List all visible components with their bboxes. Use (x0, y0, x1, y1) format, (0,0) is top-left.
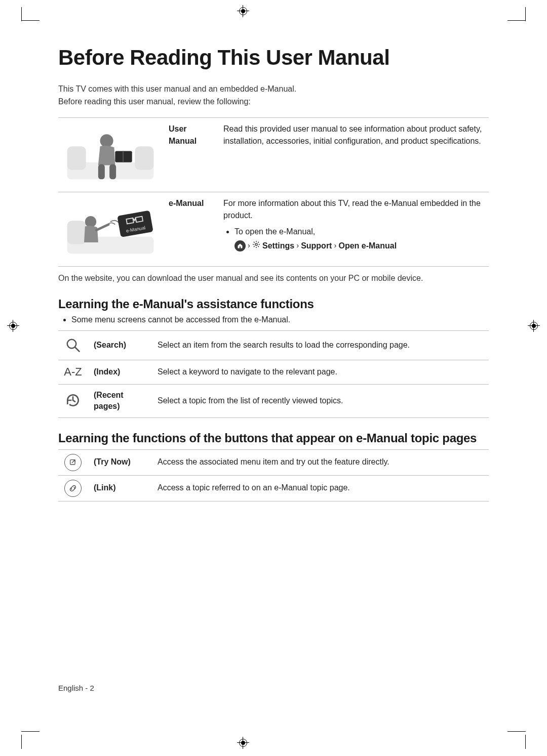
svg-line-18 (254, 242, 255, 243)
table-row: (Recent pages) Select a topic from the l… (58, 384, 489, 417)
svg-line-25 (72, 459, 75, 463)
e-manual-illustration-cell: e-Manual (58, 192, 163, 266)
svg-rect-5 (109, 164, 116, 179)
e-manual-label: e-Manual (163, 192, 217, 266)
index-icon-cell: A-Z (58, 360, 88, 384)
footer-lang: English (58, 684, 83, 692)
gear-icon (252, 240, 260, 252)
user-manual-label: User Manual (163, 117, 217, 192)
table-row: (Try Now) Access the associated menu ite… (58, 449, 489, 475)
svg-rect-4 (98, 164, 105, 179)
svg-line-20 (258, 242, 259, 243)
svg-point-10 (85, 216, 96, 227)
svg-point-13 (255, 243, 257, 245)
footer-sep: - (83, 684, 90, 692)
recent-desc: Select a topic from the list of recently… (151, 384, 489, 417)
svg-rect-9 (67, 221, 86, 244)
index-label: (Index) (88, 360, 151, 384)
svg-point-3 (100, 134, 113, 147)
try-now-label: (Try Now) (88, 449, 151, 475)
svg-rect-11 (117, 210, 153, 237)
search-desc: Select an item from the search results t… (151, 330, 489, 360)
page-title: Before Reading This User Manual (58, 46, 489, 70)
path-open-e-manual: Open e-Manual (338, 240, 397, 252)
path-settings: Settings (262, 240, 294, 252)
intro-text: This TV comes with this user manual and … (58, 83, 489, 108)
registration-mark-bottom (238, 738, 248, 748)
svg-line-19 (258, 246, 259, 247)
recent-icon (63, 390, 83, 410)
index-icon: A-Z (64, 365, 82, 378)
after-table-note: On the website, you can download the use… (58, 274, 489, 283)
user-manual-illustration-cell (58, 117, 163, 192)
user-manual-desc: Read this provided user manual to see in… (217, 117, 489, 192)
svg-rect-7 (123, 151, 124, 162)
e-manual-open-steps: To open the e-Manual, › Settings › Su (223, 226, 483, 252)
try-now-icon-cell (58, 449, 88, 475)
svg-rect-2 (135, 146, 153, 170)
chevron-right-icon: › (248, 240, 250, 251)
try-now-desc: Access the associated menu item and try … (151, 449, 489, 475)
intro-line-1: This TV comes with this user manual and … (58, 85, 296, 93)
e-manual-desc: For more information about this TV, read… (217, 192, 489, 266)
svg-line-21 (254, 246, 255, 247)
table-row: User Manual Read this provided user manu… (58, 117, 489, 192)
assist-functions-table: (Search) Select an item from the search … (58, 330, 489, 418)
link-desc: Access a topic referred to on an e-Manua… (151, 475, 489, 501)
path-support: Support (301, 240, 332, 252)
try-now-icon (64, 454, 82, 471)
e-manual-desc-intro: For more information about this TV, read… (223, 197, 483, 222)
e-manual-bullet: To open the e-Manual, (235, 227, 315, 236)
link-label: (Link) (88, 475, 151, 501)
registration-mark-left (8, 321, 18, 331)
home-icon (235, 240, 246, 251)
assist-note-list: Some menu screens cannot be accessed fro… (58, 315, 489, 324)
search-icon (63, 335, 83, 355)
heading-assist-functions: Learning the e-Manual's assistance funct… (58, 297, 489, 311)
recent-label: (Recent pages) (88, 384, 151, 417)
assist-note: Some menu screens cannot be accessed fro… (71, 315, 489, 324)
index-desc: Select a keyword to navigate to the rele… (151, 360, 489, 384)
manual-table: User Manual Read this provided user manu… (58, 117, 489, 267)
page-footer: English - 2 (58, 684, 94, 692)
registration-mark-right (529, 321, 539, 331)
chevron-right-icon: › (334, 240, 336, 251)
link-icon-cell (58, 475, 88, 501)
svg-line-23 (75, 347, 80, 351)
link-icon (64, 480, 82, 497)
heading-topic-buttons: Learning the functions of the buttons th… (58, 431, 489, 445)
e-manual-illustration: e-Manual (62, 196, 159, 262)
registration-mark-top (238, 6, 248, 16)
footer-page-number: 2 (90, 684, 94, 692)
page-body: Before Reading This User Manual This TV … (58, 46, 489, 507)
svg-rect-1 (67, 146, 86, 170)
search-label: (Search) (88, 330, 151, 360)
intro-line-2: Before reading this user manual, review … (58, 97, 251, 106)
table-row: e-Manual e-Manual For more information a… (58, 192, 489, 266)
recent-icon-cell (58, 384, 88, 417)
topic-buttons-table: (Try Now) Access the associated menu ite… (58, 449, 489, 501)
table-row: (Search) Select an item from the search … (58, 330, 489, 360)
chevron-right-icon: › (296, 240, 299, 251)
table-row: A-Z (Index) Select a keyword to navigate… (58, 360, 489, 384)
table-row: (Link) Access a topic referred to on an … (58, 475, 489, 501)
e-manual-nav-path: › Settings › Support › Open e-Manual (235, 240, 483, 252)
search-icon-cell (58, 330, 88, 360)
user-manual-illustration (62, 122, 159, 188)
